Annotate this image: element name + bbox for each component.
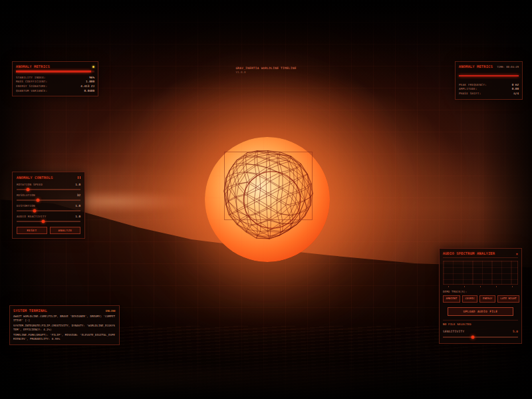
- axis-tick: [448, 286, 449, 287]
- close-icon[interactable]: ×: [515, 252, 518, 255]
- track-button-energy[interactable]: ENERGY: [479, 295, 495, 303]
- metrics-panel-right: ANOMALY METRICS TIME: 00:04:49 PEAK FREQ…: [455, 61, 523, 100]
- metric-row: PEAK FREQUENCY: 0 HZ: [459, 82, 519, 87]
- spectrum-panel: AUDIO SPECTRUM ANALYZER × DEMO TRACK(S):…: [439, 248, 522, 344]
- track-button-ambient[interactable]: AMBIENT: [443, 295, 460, 303]
- scene-title: GRAV_INERTIA WORLDLINE TIMELINE: [235, 66, 296, 70]
- pause-icon[interactable]: [78, 176, 81, 180]
- metric-label: PHASE SHIFT:: [459, 92, 481, 95]
- axis-tick: [496, 286, 497, 287]
- slider-audio-reactivity: AUDIO REACTIVITY 1.0: [17, 214, 80, 222]
- sensitivity-value: 5.0: [513, 330, 518, 333]
- metric-row: AMPLITUDE: 0.00: [459, 87, 519, 92]
- panel-title: ANOMALY METRICS: [16, 65, 50, 68]
- waveform-display: [459, 70, 519, 80]
- track-button-cosmic[interactable]: COSMIC: [462, 295, 478, 303]
- slider-resolution: RESOLUTION 32: [17, 193, 80, 201]
- sensitivity-slider-track[interactable]: [443, 336, 518, 338]
- demo-tracks-label: DEMO TRACK(S):: [443, 290, 518, 293]
- metric-row: STABILITY INDEX: 96%: [16, 75, 94, 80]
- terminal-log: AWAIT WORLDLINE.CORE(FILIP, BRAVE 'DESIG…: [13, 315, 116, 341]
- stability-progress-fill: [16, 70, 91, 72]
- metric-value: 96%: [89, 76, 94, 79]
- metric-value: 0.0400: [84, 89, 94, 92]
- metrics-panel-left: ANOMALY METRICS STABILITY INDEX: 96% MAS…: [12, 61, 98, 96]
- panel-title: ANOMALY METRICS: [459, 65, 493, 68]
- terminal-line: AWAIT WORLDLINE.CORE(FILIP, BRAVE 'DESIG…: [13, 315, 116, 323]
- metric-row: MASS COEFFICIENT: 1.000: [16, 80, 94, 84]
- axis-tick: [512, 286, 513, 287]
- axis-tick: [480, 286, 481, 287]
- track-button-late-night[interactable]: LATE NIGHT: [497, 295, 519, 303]
- metric-label: QUANTUM VARIANCE:: [16, 89, 47, 92]
- slider-value: 1.0: [75, 215, 80, 218]
- metric-value: 1.000: [86, 80, 94, 83]
- metric-value: 0.00: [512, 87, 519, 90]
- slider-track[interactable]: [17, 189, 80, 190]
- metric-label: STABILITY INDEX:: [16, 76, 46, 79]
- terminal-panel: SYSTEM TERMINAL ONLINE AWAIT WORLDLINE.C…: [9, 305, 120, 345]
- panel-title: SYSTEM TERMINAL: [13, 309, 47, 313]
- metric-row: QUANTUM VARIANCE: 0.0400: [16, 88, 94, 93]
- metric-row: PHASE SHIFT: π/4: [459, 91, 519, 96]
- metric-label: AMPLITUDE:: [459, 87, 477, 90]
- slider-value: 32: [77, 194, 80, 197]
- axis-tick: [464, 286, 465, 287]
- slider-track[interactable]: [17, 200, 80, 201]
- spectrum-axis-ticks: [443, 285, 518, 287]
- session-time: TIME: 00:04:49: [497, 65, 519, 68]
- stability-progress-bar: [16, 70, 94, 72]
- metric-value: 4.413 ZJ: [80, 84, 94, 88]
- status-dot-icon: [92, 66, 94, 68]
- app-stage: GRAV_INERTIA WORLDLINE TIMELINE V1.0.0 A…: [0, 0, 532, 399]
- slider-distortion: DISTORTION 1.0: [17, 203, 80, 211]
- slider-label: ROTATION SPEED: [17, 183, 43, 186]
- upload-audio-button[interactable]: UPLOAD AUDIO FILE: [448, 307, 513, 316]
- metric-row: ENERGY SIGNATURE: 4.413 ZJ: [16, 84, 94, 88]
- slider-label: DISTORTION: [17, 204, 35, 207]
- terminal-line: TIMELINE.FORK(DRAFT): 'FILIP', MISSION: …: [13, 333, 116, 341]
- controls-panel: ANOMALY CONTROLS ROTATION SPEED 1.0 RESO…: [12, 172, 85, 239]
- slider-knob[interactable]: [27, 188, 30, 192]
- sensitivity-label: SENSITIVITY: [443, 330, 464, 333]
- slider-label: AUDIO REACTIVITY: [17, 215, 47, 218]
- online-status: ONLINE: [106, 309, 116, 313]
- slider-knob[interactable]: [36, 199, 39, 202]
- panel-title: AUDIO SPECTRUM ANALYZER: [443, 251, 495, 255]
- metric-value: π/4: [513, 92, 519, 95]
- panel-title: ANOMALY CONTROLS: [17, 176, 53, 180]
- waveform-line: [459, 75, 519, 76]
- slider-knob[interactable]: [42, 220, 45, 223]
- metric-label: ENERGY SIGNATURE:: [16, 84, 47, 88]
- slider-value: 1.0: [75, 204, 80, 207]
- reset-button[interactable]: RESET: [17, 227, 47, 234]
- sensitivity-slider-knob[interactable]: [471, 335, 475, 338]
- analyze-button[interactable]: ANALYZE: [50, 227, 80, 234]
- slider-rotation-speed: ROTATION SPEED 1.0: [17, 182, 80, 190]
- metric-value: 0 HZ: [512, 83, 519, 86]
- slider-knob[interactable]: [33, 209, 36, 213]
- slider-track[interactable]: [17, 210, 80, 211]
- spectrum-grid: [443, 261, 518, 285]
- slider-label: RESOLUTION: [17, 194, 35, 197]
- scene-version: V1.0.0: [235, 70, 296, 74]
- slider-value: 1.0: [75, 183, 80, 186]
- file-status-text: NO FILE SELECTED: [443, 320, 518, 329]
- metric-label: MASS COEFFICIENT:: [16, 80, 47, 83]
- terminal-line: SYSTEM.INTEGRATE(FILIP.CREATIVITY, DYNAS…: [13, 324, 116, 332]
- metric-label: PEAK FREQUENCY:: [459, 83, 487, 86]
- slider-track[interactable]: [17, 221, 80, 222]
